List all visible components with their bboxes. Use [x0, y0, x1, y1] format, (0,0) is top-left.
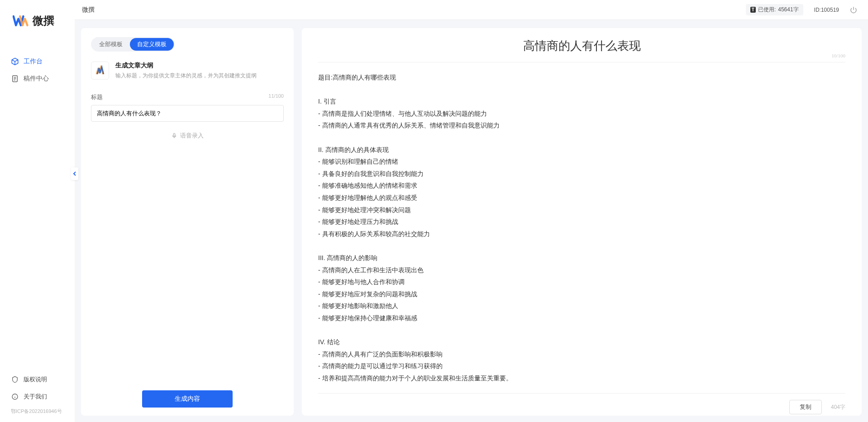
- tab-custom-templates[interactable]: 自定义模板: [130, 38, 174, 51]
- microphone-icon: [171, 133, 177, 139]
- logo: 微撰: [0, 0, 75, 37]
- output-word-count: 404字: [831, 403, 845, 411]
- chevron-left-icon: [72, 171, 77, 176]
- shield-icon: [11, 375, 19, 384]
- footer-about[interactable]: 关于我们: [0, 388, 75, 405]
- info-icon: [11, 393, 19, 401]
- svg-rect-8: [173, 133, 175, 136]
- t-icon: T: [750, 7, 756, 13]
- template-title: 生成文章大纲: [115, 62, 257, 70]
- footer-label: 关于我们: [24, 393, 47, 401]
- main-area: 微撰 T 已使用: 45641字 ID:100519 全部模板 自定义模板: [75, 0, 868, 422]
- usage-label: 已使用:: [758, 6, 776, 14]
- title-input[interactable]: [91, 105, 284, 122]
- sidebar-footer: 版权说明 关于我们 鄂ICP备2022016946号: [0, 371, 75, 422]
- template-icon: [91, 62, 109, 80]
- output-title-count: 10/100: [831, 53, 845, 58]
- nav-label: 工作台: [24, 57, 43, 66]
- nav-workbench[interactable]: 工作台: [0, 53, 75, 70]
- user-id: ID:100519: [814, 7, 839, 13]
- page-title: 微撰: [82, 6, 95, 14]
- topbar: 微撰 T 已使用: 45641字 ID:100519: [75, 0, 868, 20]
- voice-input-button[interactable]: 语音录入: [91, 132, 284, 140]
- main-nav: 工作台 稿件中心: [0, 37, 75, 87]
- copy-button[interactable]: 复制: [789, 400, 822, 414]
- document-icon: [11, 75, 19, 83]
- nav-drafts[interactable]: 稿件中心: [0, 70, 75, 87]
- logo-text: 微撰: [33, 14, 54, 28]
- usage-count: 45641字: [778, 6, 798, 14]
- template-card: 生成文章大纲 输入标题，为你提供文章主体的灵感，并为其创建推文提纲: [91, 62, 284, 80]
- output-title: 高情商的人有什么表现: [523, 39, 641, 52]
- usage-badge: T 已使用: 45641字: [746, 4, 803, 15]
- power-icon[interactable]: [850, 6, 857, 14]
- footer-label: 版权说明: [24, 375, 47, 384]
- tab-all-templates[interactable]: 全部模板: [92, 38, 130, 51]
- logo-icon: [13, 13, 29, 29]
- icp-text: 鄂ICP备2022016946号: [0, 405, 75, 417]
- generate-button[interactable]: 生成内容: [142, 390, 233, 408]
- title-char-count: 11/100: [268, 93, 284, 101]
- title-field-block: 标题 11/100: [91, 93, 284, 122]
- title-label: 标题: [91, 93, 103, 101]
- template-desc: 输入标题，为你提供文章主体的灵感，并为其创建推文提纲: [115, 72, 257, 80]
- footer-copyright[interactable]: 版权说明: [0, 371, 75, 388]
- voice-hint: 语音录入: [180, 132, 204, 140]
- output-title-row: 高情商的人有什么表现 10/100: [318, 38, 845, 62]
- output-footer: 复制 404字: [318, 393, 845, 414]
- nav-label: 稿件中心: [24, 75, 49, 83]
- cube-icon: [11, 57, 19, 66]
- sidebar-collapse-toggle[interactable]: [71, 167, 78, 180]
- output-body: 题目:高情商的人有哪些表现 I. 引言 - 高情商是指人们处理情绪、与他人互动以…: [318, 62, 845, 393]
- workspace: 全部模板 自定义模板 生成文章大纲 输入标题，为你提供文章主体的灵感，并为其创建…: [75, 20, 868, 422]
- sidebar: 微撰 工作台 稿件中心 版权说明: [0, 0, 75, 422]
- input-panel: 全部模板 自定义模板 生成文章大纲 输入标题，为你提供文章主体的灵感，并为其创建…: [81, 28, 294, 416]
- template-tabs: 全部模板 自定义模板: [91, 37, 175, 52]
- output-panel: 高情商的人有什么表现 10/100 题目:高情商的人有哪些表现 I. 引言 - …: [302, 28, 862, 416]
